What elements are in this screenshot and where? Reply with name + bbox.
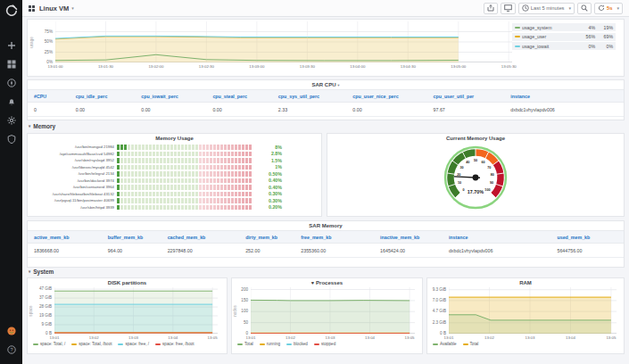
create-plus-icon[interactable]: [6, 40, 16, 50]
x-tick-label: 13:02: [89, 335, 99, 340]
column-header[interactable]: dirty_mem_kb: [239, 231, 294, 244]
process-label: /usr/bin/containerd 3964: [29, 185, 117, 189]
led-bar-gauge: [117, 158, 252, 163]
y-tick-label: 200: [241, 287, 248, 292]
x-tick-label: 13:04:30: [401, 64, 416, 69]
monitor-icon: [504, 4, 512, 12]
column-header[interactable]: cpu_idle_perc: [70, 90, 135, 103]
legend-series-row[interactable]: usage_system 4% 19%: [512, 23, 616, 31]
dashboards-icon[interactable]: [6, 59, 16, 69]
legend-item[interactable]: Total: [237, 342, 253, 346]
legend-series-row[interactable]: usage_iowait 0% 0%: [512, 42, 616, 50]
memory-usage-row: /usr/sbin/rsyslogd 39521.5%: [29, 157, 316, 164]
current-memory-title[interactable]: Current Memory Usage: [327, 134, 624, 143]
legend-item[interactable]: Available: [433, 342, 457, 346]
legend-item[interactable]: stopped: [314, 342, 335, 346]
alerting-bell-icon[interactable]: [6, 96, 16, 106]
series-color-dash: [463, 343, 468, 345]
y-tick-label: 100: [241, 309, 248, 313]
panel-menu-caret-icon[interactable]: ▾: [337, 83, 339, 87]
series-max-value: 19%: [595, 25, 613, 30]
column-header[interactable]: cpu_user_nice_perc: [346, 90, 426, 103]
time-range-label: Last 5 minutes: [531, 5, 565, 11]
cpu-chart-plot[interactable]: [55, 21, 512, 62]
svg-text:30: 30: [460, 166, 464, 170]
system-section-header[interactable]: ▾ System: [29, 269, 54, 275]
legend-item[interactable]: Total: [463, 342, 479, 346]
x-tick-label: 13:05: [405, 335, 415, 340]
series-name: usage_user: [522, 34, 577, 39]
disk-chart-plot[interactable]: [54, 287, 218, 334]
grafana-logo-icon[interactable]: [4, 4, 19, 18]
help-icon[interactable]: ?: [6, 344, 16, 354]
legend-series-row[interactable]: usage_user 56% 69%: [512, 33, 616, 41]
legend-item[interactable]: running: [260, 342, 280, 346]
dashboard-grid-icon: [29, 5, 35, 12]
column-header[interactable]: active_mem_kb: [28, 231, 102, 244]
ram-legend: AvailableTotal: [427, 341, 624, 346]
memory-usage-value: 0.20%: [252, 204, 282, 210]
process-label: /usr/pgsql-11/bin/postmaster 40699: [29, 198, 117, 203]
column-header[interactable]: used_mem_kb: [550, 231, 624, 244]
column-header[interactable]: free_mem_kb: [294, 231, 374, 244]
time-range-picker[interactable]: Last 5 minutes ▾: [518, 3, 575, 14]
memory-usage-title[interactable]: Memory Usage: [28, 134, 321, 143]
legend-item[interactable]: space: Total, /boot: [71, 342, 112, 346]
column-header[interactable]: instance: [504, 90, 624, 103]
memory-usage-row: /usr/bin/dockerd 39740.40%: [29, 178, 316, 185]
zoom-out-button[interactable]: [577, 3, 592, 14]
svg-text:?: ?: [10, 347, 12, 352]
ram-panel-title[interactable]: RAM: [427, 278, 624, 287]
series-max-value: 69%: [595, 34, 613, 39]
dashboard-caret-icon[interactable]: ▾: [71, 5, 74, 11]
disk-y-axis-label: space: [28, 287, 34, 334]
x-tick-label: 13:02: [484, 335, 494, 340]
svg-text:40: 40: [466, 161, 469, 164]
column-header[interactable]: cpu_steal_perc: [206, 90, 271, 103]
memory-usage-value: 2.8%: [252, 151, 282, 156]
x-tick-label: 13:02:00: [148, 64, 163, 69]
disk-partitions-panel: DISK partitions space 47 GiB37 GiB28 GiB…: [27, 277, 228, 354]
led-bar-gauge: [117, 185, 252, 190]
y-tick-label: 37 GiB: [39, 295, 52, 300]
column-header[interactable]: instance: [443, 231, 551, 244]
share-button[interactable]: [484, 3, 498, 14]
memory-usage-rows: /usr/bin/mongod 219848%/opt/commvault/Ba…: [28, 143, 321, 211]
table-cell: 1836668.00: [28, 244, 102, 258]
server-admin-shield-icon[interactable]: [6, 134, 16, 144]
column-header[interactable]: inactive_mem_kb: [374, 231, 443, 244]
dashboard-title[interactable]: Linux VM: [39, 4, 69, 12]
y-tick-label: 4.7 GiB: [433, 309, 446, 313]
explore-compass-icon[interactable]: [6, 78, 16, 87]
column-header[interactable]: cached_mem_kb: [161, 231, 240, 244]
disk-panel-title[interactable]: DISK partitions: [28, 278, 227, 287]
processes-chart-plot[interactable]: [251, 287, 415, 334]
table-cell: dxbdc1vhyvlapdv006: [443, 244, 551, 258]
configuration-gear-icon[interactable]: [6, 115, 16, 125]
memory-section-header[interactable]: ▾ Memory: [29, 123, 55, 129]
cpu-legend: usage_system 4% 19% usage_user 56% 69% u…: [512, 21, 617, 52]
column-header[interactable]: buffer_mem_kb: [102, 231, 161, 244]
column-header[interactable]: #CPU: [28, 90, 70, 103]
column-header[interactable]: cpu_user_util_per: [427, 90, 505, 103]
legend-item[interactable]: blocked: [286, 342, 308, 346]
column-header[interactable]: cpu_sys_util_perc: [272, 90, 347, 103]
memory-usage-row: /usr/pgsql-11/bin/postmaster 406990.30%: [29, 197, 316, 204]
legend-item[interactable]: space: free, /: [118, 342, 149, 346]
user-avatar[interactable]: [6, 326, 16, 335]
column-header[interactable]: cpu_iowait_perc: [135, 90, 206, 103]
sar-cpu-title[interactable]: SAR CPU ▾: [28, 80, 624, 89]
table-cell: 964.00: [102, 244, 161, 258]
cycle-view-button[interactable]: [501, 3, 516, 14]
sar-memory-panel: SAR Memory active_mem_kbbuffer_mem_kbcac…: [27, 220, 625, 268]
processes-panel-title[interactable]: ♥Processes: [232, 278, 422, 287]
current-memory-panel: Current Memory Usage 0102030405060708090…: [327, 133, 625, 217]
sar-memory-title[interactable]: SAR Memory: [28, 221, 624, 230]
memory-usage-value: 0.30%: [252, 191, 282, 196]
refresh-button[interactable]: 5s ▾: [594, 3, 623, 14]
ram-chart-plot[interactable]: [449, 287, 617, 334]
x-tick-label: 13:04: [566, 335, 575, 340]
legend-item[interactable]: space: free, /boot: [155, 342, 194, 346]
x-tick-label: 13:03: [525, 335, 534, 340]
legend-item[interactable]: space: Total, /: [33, 342, 65, 346]
